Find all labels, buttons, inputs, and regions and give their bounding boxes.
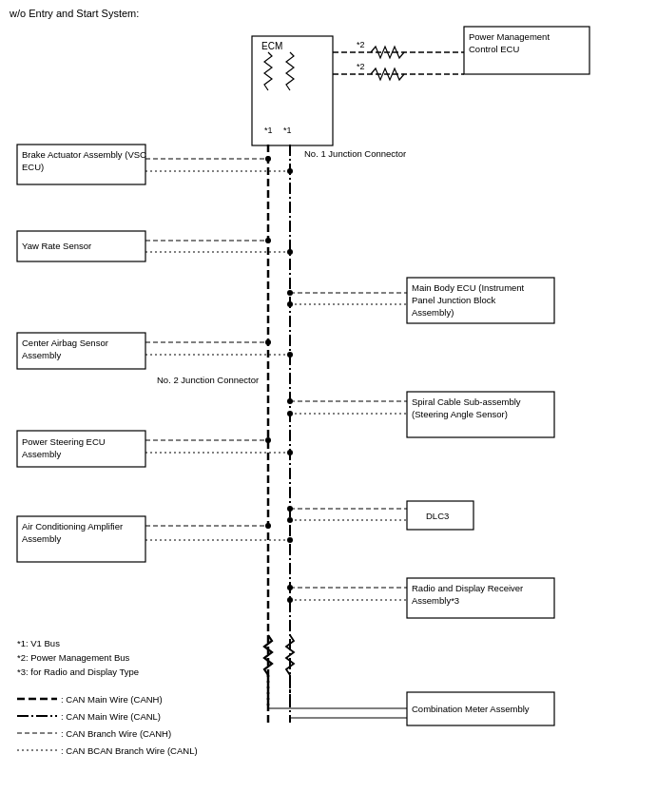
svg-point-32 — [287, 290, 293, 296]
svg-text:Combination Meter Assembly: Combination Meter Assembly — [412, 704, 530, 714]
svg-text:Assembly): Assembly) — [412, 307, 454, 318]
svg-text:: CAN Branch Wire (CANH): : CAN Branch Wire (CANH) — [61, 728, 171, 739]
svg-point-76 — [287, 597, 293, 603]
svg-text:Panel Junction Block: Panel Junction Block — [412, 295, 495, 305]
svg-text:*1: *1 — [264, 126, 273, 135]
svg-text:: CAN BCAN Branch Wire (CANL): : CAN BCAN Branch Wire (CANL) — [61, 745, 198, 756]
svg-point-39 — [265, 339, 271, 345]
svg-text:Brake Actuator Assembly (VSC: Brake Actuator Assembly (VSC — [22, 149, 146, 160]
svg-text:Control ECU: Control ECU — [469, 44, 519, 54]
svg-point-74 — [287, 585, 293, 590]
svg-point-54 — [265, 437, 271, 443]
svg-point-26 — [287, 249, 293, 255]
svg-text:Center Airbag Sensor: Center Airbag Sensor — [22, 338, 108, 348]
svg-point-60 — [287, 506, 293, 512]
svg-text:: CAN Main Wire (CANH): : CAN Main Wire (CANH) — [61, 694, 163, 705]
svg-point-67 — [265, 523, 271, 529]
page: w/o Entry and Start System: ECM Power Ma… — [0, 0, 657, 812]
svg-text:Power Steering ECU: Power Steering ECU — [22, 436, 106, 447]
svg-text:*2: Power Management Bus: *2: Power Management Bus — [17, 652, 130, 663]
svg-text:*2: *2 — [357, 40, 365, 49]
svg-point-49 — [287, 411, 293, 416]
svg-text:ECM: ECM — [261, 41, 282, 51]
svg-point-34 — [287, 301, 293, 307]
svg-text:Assembly: Assembly — [22, 350, 61, 360]
svg-text:*1: *1 — [283, 126, 292, 135]
svg-text:Power Management: Power Management — [469, 31, 550, 42]
svg-text:*3: for Radio and Display Type: *3: for Radio and Display Type — [17, 667, 139, 677]
svg-text:(Steering Angle Sensor): (Steering Angle Sensor) — [412, 409, 508, 419]
svg-point-24 — [265, 238, 271, 243]
svg-text:Assembly*3: Assembly*3 — [412, 595, 459, 606]
svg-text:Radio and Display Receiver: Radio and Display Receiver — [412, 583, 523, 593]
svg-text:*2: *2 — [357, 62, 365, 71]
svg-point-20 — [287, 168, 293, 174]
svg-point-56 — [287, 450, 293, 455]
wiring-diagram: ECM Power Management Control ECU *2 *2 *… — [0, 0, 657, 812]
svg-text:Yaw Rate Sensor: Yaw Rate Sensor — [22, 241, 91, 251]
svg-point-47 — [287, 398, 293, 404]
svg-text:Assembly: Assembly — [22, 533, 61, 544]
svg-text:Main Body ECU (Instrument: Main Body ECU (Instrument — [412, 282, 525, 293]
svg-text:No. 2 Junction Connector: No. 2 Junction Connector — [157, 375, 259, 385]
svg-text:Assembly: Assembly — [22, 449, 61, 459]
svg-text:Spiral Cable Sub-assembly: Spiral Cable Sub-assembly — [412, 396, 521, 407]
svg-text:Air Conditioning Amplifier: Air Conditioning Amplifier — [22, 521, 123, 532]
svg-point-62 — [287, 517, 293, 523]
svg-text:DLC3: DLC3 — [426, 511, 449, 521]
svg-text:: CAN Main Wire (CANL): : CAN Main Wire (CANL) — [61, 711, 161, 722]
svg-point-18 — [265, 156, 271, 162]
svg-point-69 — [287, 537, 293, 543]
svg-point-41 — [287, 352, 293, 358]
svg-text:*1: V1 Bus: *1: V1 Bus — [17, 638, 60, 648]
svg-text:No. 1 Junction Connector: No. 1 Junction Connector — [304, 148, 406, 159]
svg-text:ECU): ECU) — [22, 162, 44, 172]
